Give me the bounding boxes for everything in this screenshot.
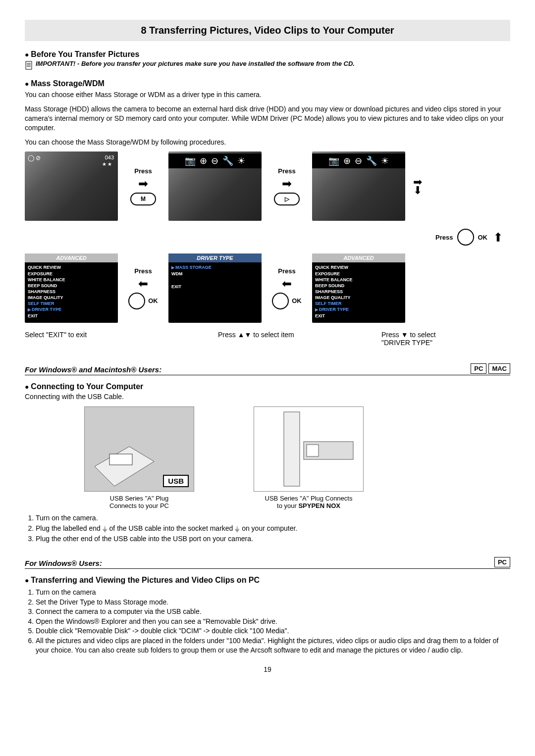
menu-title-driver-type: DRIVER TYPE xyxy=(168,253,262,262)
usb-camera-caption: USB Series "A" Plug Connects to your SPY… xyxy=(254,495,363,509)
shot-counter: 043 xyxy=(105,154,114,160)
lcd-capture-screen: ◯ ⊘ 043 ★★ xyxy=(25,151,118,221)
connect-step-2: Plug the labelled end ⏚ of the USB cable… xyxy=(36,523,510,534)
connect-step-1: Turn on the camera. xyxy=(36,513,510,523)
caption-select-exit: Select "EXIT" to exit xyxy=(25,331,134,347)
press-label: Press xyxy=(134,167,152,175)
pc-badge: PC xyxy=(471,363,486,374)
note-icon xyxy=(25,61,33,72)
play-right-button: ▷ xyxy=(274,193,300,205)
press-label: Press xyxy=(435,234,453,241)
pc-step-4: Open the Windows® Explorer and then you … xyxy=(36,617,510,627)
press-label: Press xyxy=(278,167,295,175)
arrow-right-icon: ➡ xyxy=(282,177,292,191)
svg-rect-6 xyxy=(109,454,132,465)
lcd-advanced-menu-driver: ADVANCED QUICK REVIEW EXPOSURE WHITE BAL… xyxy=(312,253,405,323)
svg-rect-7 xyxy=(284,412,300,486)
pc-step-3: Connect the camera to a computer via the… xyxy=(36,607,510,617)
pc-step-2: Set the Driver Type to Mass Storage mode… xyxy=(36,598,510,607)
ok-button xyxy=(272,293,289,309)
mac-badge: MAC xyxy=(488,363,510,374)
press-label: Press xyxy=(278,267,295,275)
pc-step-5: Double click "Removable Disk" -> double … xyxy=(36,626,510,636)
menu-button: M xyxy=(130,193,156,205)
lcd-driver-type-menu: DRIVER TYPE MASS STORAGE WDM EXIT xyxy=(168,253,262,323)
svg-rect-9 xyxy=(307,445,319,456)
menu-title-advanced: ADVANCED xyxy=(312,253,405,262)
caption-select-item: Press ▲▼ to select item xyxy=(218,331,327,347)
ok-label: OK xyxy=(148,297,158,304)
pc-step-1: Turn on the camera xyxy=(36,588,510,598)
pc-badge: PC xyxy=(494,557,510,567)
usb-pc-caption: USB Series "A" Plug Connects to your PC xyxy=(85,495,194,509)
arrow-turn-down-icon: ➡⬇ xyxy=(413,178,422,195)
ok-label: OK xyxy=(478,234,488,241)
arrow-left-icon: ➡ xyxy=(282,277,292,291)
arrow-right-icon: ➡ xyxy=(138,177,148,191)
svg-rect-0 xyxy=(26,61,32,69)
usb-camera-illustration xyxy=(254,406,364,492)
caption-select-driver: Press ▼ to select "DRIVER TYPE" xyxy=(381,331,490,347)
heading-connecting: Connecting to Your Computer xyxy=(25,382,510,391)
page-title: 8 Transferring Pictures, Video Clips to … xyxy=(25,20,510,41)
arrow-down-icon: ➡ xyxy=(491,232,505,242)
heading-before-transfer: Before You Transfer Pictures xyxy=(25,50,510,59)
usb-icon: ⏚ xyxy=(103,524,107,533)
usb-label: USB xyxy=(163,475,189,487)
usb-icon: ⏚ xyxy=(235,524,240,533)
procedure-diagram: ◯ ⊘ 043 ★★ Press ➡ M 📷⊕⊖🔧☀ Press ➡ ▷ 📷⊕⊖… xyxy=(25,151,510,347)
ok-button xyxy=(128,293,145,309)
pc-step-6: All the pictures and video clips are pla… xyxy=(36,636,510,655)
lcd-toolbar-screen-2: 📷⊕⊖🔧☀ xyxy=(312,151,405,221)
menu-title-advanced: ADVANCED xyxy=(25,253,118,262)
connect-step-3: Plug the other end of the USB cable into… xyxy=(36,534,510,544)
heading-users-win: For Windows® Users: xyxy=(25,559,102,567)
quality-stars: ★★ xyxy=(102,161,113,167)
heading-transfer-view-pc: Transferring and Viewing the Pictures an… xyxy=(25,576,510,585)
ok-label: OK xyxy=(292,297,302,304)
heading-users-winmac: For Windows® and Macintosh® Users: xyxy=(25,365,161,374)
transfer-pc-steps: Turn on the camera Set the Driver Type t… xyxy=(25,588,510,655)
lcd-advanced-menu-exit: ADVANCED QUICK REVIEW EXPOSURE WHITE BAL… xyxy=(25,253,118,323)
mass-storage-p1: You can choose either Mass Storage or WD… xyxy=(25,90,510,100)
mass-storage-p3: You can choose the Mass Storage/WDM by f… xyxy=(25,138,510,147)
heading-mass-storage: Mass Storage/WDM xyxy=(25,79,510,88)
connecting-sub: Connecting with the USB Cable. xyxy=(25,392,510,402)
important-note: IMPORTANT! - Before you transfer your pi… xyxy=(36,60,355,67)
page-number: 19 xyxy=(25,665,510,673)
ok-button xyxy=(457,229,474,246)
connecting-steps: Turn on the camera. Plug the labelled en… xyxy=(25,513,510,544)
press-label: Press xyxy=(134,267,152,275)
arrow-left-icon: ➡ xyxy=(138,277,148,291)
lcd-toolbar-screen-1: 📷⊕⊖🔧☀ xyxy=(168,151,262,221)
usb-pc-illustration: USB xyxy=(84,406,194,492)
mass-storage-p2: Mass Storage (HDD) allows the camera to … xyxy=(25,104,510,133)
